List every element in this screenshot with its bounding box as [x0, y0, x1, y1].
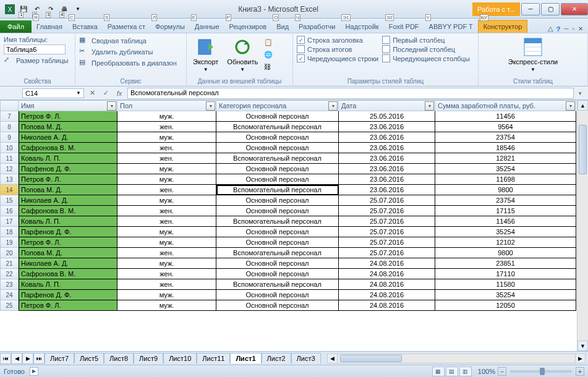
cell-name[interactable]: Парфенов Д. Ф.: [19, 227, 117, 237]
resize-table-button[interactable]: ⤢Размер таблицы: [4, 56, 68, 66]
table-row[interactable]: 8Попова М. Д.жен.Вспомогательный персона…: [0, 122, 577, 132]
sheet-tab[interactable]: Лист9: [134, 353, 163, 363]
table-row[interactable]: 24Парфенов Д. Ф.муж.Основной персонал24.…: [0, 290, 577, 300]
cell-sum[interactable]: 11456: [435, 111, 576, 122]
row-header[interactable]: 16: [0, 206, 19, 216]
column-header-sum[interactable]: Сумма заработной платы, руб.▾: [435, 100, 576, 111]
cell-date[interactable]: 23.06.2016: [339, 122, 435, 132]
browser-icon[interactable]: 🌐: [264, 51, 274, 61]
cell-sum[interactable]: 9800: [435, 248, 576, 258]
table-row[interactable]: 15Николаев А. Д.муж.Основной персонал25.…: [0, 195, 577, 206]
cell-name[interactable]: Николаев А. Д.: [19, 132, 117, 143]
convert-to-range-button[interactable]: ▤Преобразовать в диапазон: [79, 58, 177, 68]
cell-date[interactable]: 25.07.2016: [339, 237, 435, 248]
cell-sum[interactable]: 11698: [435, 174, 576, 185]
table-row[interactable]: 22Сафронова В. М.жен.Основной персонал24…: [0, 269, 577, 279]
cell-date[interactable]: 25.07.2016: [339, 206, 435, 216]
vertical-scroll-thumb[interactable]: [579, 125, 587, 174]
expand-formula-icon[interactable]: ▾: [576, 90, 582, 96]
cell-date[interactable]: 23.06.2016: [339, 153, 435, 164]
cell-category[interactable]: Основной персонал: [216, 237, 339, 248]
cell-category[interactable]: Основной персонал: [216, 300, 339, 311]
sheet-tab[interactable]: Лист11: [197, 353, 230, 363]
row-header[interactable]: 20: [0, 248, 19, 258]
tab-надстройк[interactable]: Э1Надстройк: [340, 20, 383, 33]
cell-date[interactable]: 23.06.2016: [339, 185, 435, 195]
column-header-name[interactable]: Имя▾: [19, 100, 117, 111]
vertical-scrollbar[interactable]: ▲ ▼: [577, 100, 588, 351]
cell-sum[interactable]: 17110: [435, 269, 576, 279]
cell-sum[interactable]: 18546: [435, 143, 576, 153]
cell-name[interactable]: Коваль Л. П.: [19, 153, 117, 164]
table-row[interactable]: 20Попова М. Д.жен.Вспомогательный персон…: [0, 248, 577, 258]
cell-gender[interactable]: муж.: [117, 290, 216, 300]
cell-gender[interactable]: жен.: [117, 122, 216, 132]
table-row[interactable]: 11Коваль Л. П.жен.Вспомогательный персон…: [0, 153, 577, 164]
table-row[interactable]: 10Сафронова В. М.жен.Основной персонал23…: [0, 143, 577, 153]
select-all-corner[interactable]: [0, 100, 19, 111]
cell-sum[interactable]: 11580: [435, 279, 576, 290]
cell-category[interactable]: Основной персонал: [216, 143, 339, 153]
unlink-icon[interactable]: ⛓: [264, 63, 274, 73]
table-row[interactable]: 19Петров Ф. Л.муж.Основной персонал25.07…: [0, 237, 577, 248]
cell-gender[interactable]: жен.: [117, 206, 216, 216]
table-name-input[interactable]: [4, 44, 66, 54]
pivot-table-button[interactable]: ▦Сводная таблица: [79, 36, 177, 46]
tab-рецензиров[interactable]: РРецензиров: [224, 20, 272, 33]
cell-date[interactable]: 23.06.2016: [339, 174, 435, 185]
cell-name[interactable]: Попова М. Д.: [19, 185, 117, 195]
doc-close-icon[interactable]: ✕: [578, 25, 583, 32]
cell-category[interactable]: Основной персонал: [216, 195, 339, 206]
tab-вид[interactable]: ОВид: [271, 20, 294, 33]
zoom-in-button[interactable]: +: [576, 367, 584, 376]
row-header[interactable]: 13: [0, 174, 19, 185]
cell-name[interactable]: Сафронова В. М.: [19, 206, 117, 216]
row-header[interactable]: 10: [0, 143, 19, 153]
cell-name[interactable]: Коваль Л. П.: [19, 216, 117, 227]
sheet-nav-next[interactable]: ▶: [22, 353, 33, 364]
cell-date[interactable]: 23.06.2016: [339, 132, 435, 143]
tab-данные[interactable]: ЁДанные: [190, 20, 224, 33]
qat-dropdown-icon[interactable]: ▼: [72, 3, 84, 15]
cell-sum[interactable]: 23754: [435, 195, 576, 206]
cell-category[interactable]: Основной персонал: [216, 164, 339, 174]
cell-gender[interactable]: муж.: [117, 300, 216, 311]
cell-name[interactable]: Попова М. Д.: [19, 122, 117, 132]
cell-gender[interactable]: жен.: [117, 185, 216, 195]
filter-button-sum[interactable]: ▾: [566, 101, 575, 111]
maximize-button[interactable]: ▢: [541, 3, 560, 15]
table-row[interactable]: 18Парфенов Д. Ф.муж.Основной персонал25.…: [0, 227, 577, 237]
qat-redo-icon[interactable]: ↷3: [45, 3, 57, 15]
tab-foxit pdf[interactable]: Э2Foxit PDF: [384, 20, 424, 33]
cell-category[interactable]: Вспомогательный персонал: [216, 248, 339, 258]
zoom-slider-thumb[interactable]: [540, 368, 545, 375]
horizontal-scroll-thumb[interactable]: [340, 355, 402, 362]
cell-category[interactable]: Вспомогательный персонал: [216, 216, 339, 227]
qat-print-icon[interactable]: 🖶4: [58, 3, 70, 15]
cell-gender[interactable]: муж.: [117, 111, 216, 122]
scroll-up-icon[interactable]: ▲: [577, 100, 588, 111]
sheet-tab[interactable]: Лист2: [262, 353, 291, 363]
table-row[interactable]: 25Петров Ф. Л.муж.Основной персонал24.08…: [0, 300, 577, 311]
tab-формулы[interactable]: ЛФормулы: [150, 20, 190, 33]
row-header[interactable]: 14: [0, 185, 19, 195]
cell-sum[interactable]: 9800: [435, 185, 576, 195]
last-col-checkbox[interactable]: Последний столбец: [382, 45, 470, 53]
filter-button-gender[interactable]: ▾: [206, 101, 215, 111]
cell-gender[interactable]: муж.: [117, 174, 216, 185]
row-header[interactable]: 7: [0, 111, 19, 122]
cell-sum[interactable]: 35254: [435, 290, 576, 300]
cell-date[interactable]: 23.06.2016: [339, 164, 435, 174]
normal-view-button[interactable]: ▦: [432, 366, 445, 376]
row-header[interactable]: 24: [0, 290, 19, 300]
cell-category[interactable]: Основной персонал: [216, 290, 339, 300]
qat-undo-icon[interactable]: ↶2: [31, 3, 43, 15]
row-header[interactable]: 15: [0, 195, 19, 206]
file-tab[interactable]: Файл: [0, 20, 32, 33]
sheet-tab[interactable]: Лист5: [74, 353, 104, 363]
cell-date[interactable]: 25.07.2016: [339, 248, 435, 258]
table-row[interactable]: 23Коваль Л. П.жен.Вспомогательный персон…: [0, 279, 577, 290]
cell-date[interactable]: 24.08.2016: [339, 258, 435, 269]
cell-sum[interactable]: 12102: [435, 237, 576, 248]
doc-minimize-icon[interactable]: ─: [564, 25, 568, 32]
